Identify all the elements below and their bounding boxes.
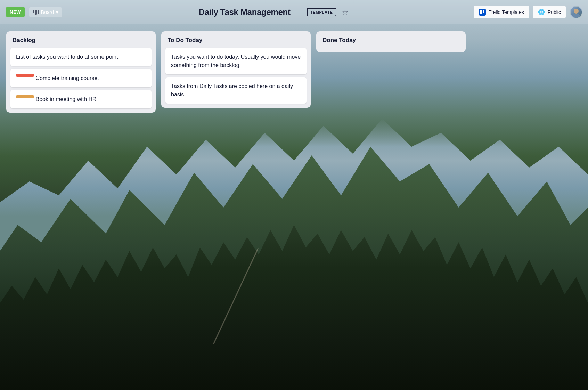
new-button[interactable]: NEW	[6, 7, 25, 17]
card-todo-intro-text: Tasks you want to do today. Usually you …	[171, 54, 301, 68]
card-backlog-hr-text: Book in meeting with HR	[35, 96, 96, 102]
column-todo-today: To Do Today Tasks you want to do today. …	[161, 31, 311, 108]
board-view-label: Board	[41, 9, 54, 15]
trello-logo-icon	[479, 9, 486, 16]
card-backlog-hr[interactable]: Book in meeting with HR	[10, 90, 152, 108]
avatar-image	[571, 7, 582, 18]
svg-rect-2	[38, 10, 39, 14]
card-backlog-intro-text: List of tasks you want to do at some poi…	[16, 54, 120, 60]
card-todo-intro[interactable]: Tasks you want to do today. Usually you …	[165, 48, 307, 74]
star-button[interactable]: ☆	[341, 7, 350, 18]
trello-templates-label: Trello Templates	[489, 9, 524, 15]
card-todo-daily[interactable]: Tasks from Daily Tasks are copied here o…	[165, 77, 307, 104]
column-backlog: Backlog List of tasks you want to do at …	[6, 31, 156, 113]
column-done-title: Done Today	[320, 35, 462, 48]
card-backlog-intro[interactable]: List of tasks you want to do at some poi…	[10, 48, 152, 66]
column-todo-title: To Do Today	[165, 35, 307, 48]
star-icon: ☆	[342, 8, 348, 16]
avatar[interactable]	[570, 6, 582, 18]
column-done-today: Done Today	[316, 31, 466, 52]
card-backlog-training-text: Complete training course.	[35, 75, 99, 81]
template-badge-button[interactable]: TEMPLATE	[307, 8, 336, 16]
svg-rect-1	[35, 10, 37, 15]
card-todo-daily-text: Tasks from Daily Tasks are copied here o…	[171, 83, 293, 97]
label-orange-icon	[16, 95, 34, 98]
board-chevron-icon: ▾	[56, 9, 58, 15]
globe-icon: 🌐	[538, 9, 545, 15]
header: NEW Board ▾ Daily Task Management TEMPLA…	[0, 0, 588, 24]
board-icon	[33, 10, 39, 15]
public-button[interactable]: 🌐 Public	[533, 6, 566, 18]
board-area: Backlog List of tasks you want to do at …	[0, 24, 588, 120]
public-label: Public	[548, 9, 561, 15]
card-backlog-training[interactable]: Complete training course.	[10, 69, 152, 87]
column-backlog-title: Backlog	[10, 35, 152, 48]
trello-templates-button[interactable]: Trello Templates	[474, 6, 529, 18]
svg-rect-0	[33, 10, 34, 13]
board-view-button[interactable]: Board ▾	[29, 7, 62, 17]
label-red-icon	[16, 74, 34, 77]
page-title: Daily Task Management	[186, 7, 302, 17]
